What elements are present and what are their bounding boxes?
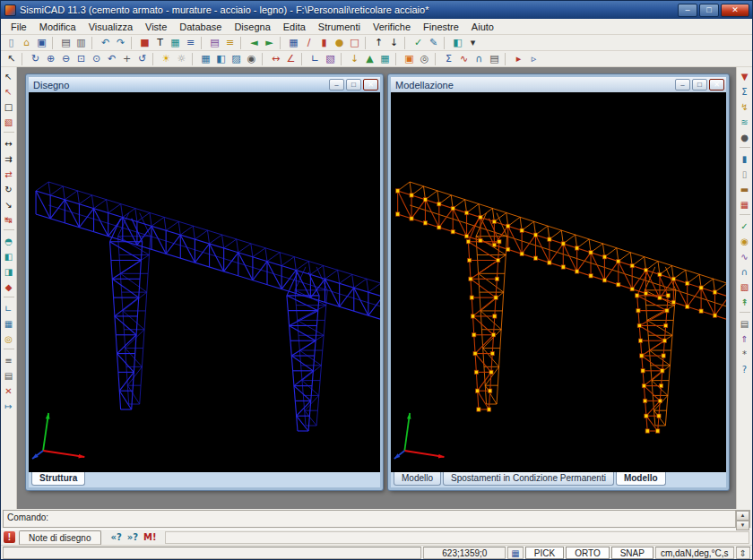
- draw-beam-icon[interactable]: ∕: [301, 36, 316, 50]
- scroll-down-button[interactable]: ▼: [736, 521, 749, 530]
- zoom-window-icon[interactable]: ⊡: [74, 52, 89, 66]
- zoom-in-icon[interactable]: ⊕: [43, 52, 58, 66]
- draw-node-icon[interactable]: ●: [332, 36, 347, 50]
- report-icon[interactable]: ▤: [487, 52, 502, 66]
- move-down-icon[interactable]: ↓: [386, 36, 402, 50]
- database-icon[interactable]: ≡: [183, 36, 198, 50]
- new-icon[interactable]: ▯: [4, 36, 19, 50]
- diagrams-icon[interactable]: ∩: [472, 52, 487, 66]
- note-next-icon[interactable]: »?: [125, 530, 141, 545]
- solve-icon[interactable]: Σ: [441, 52, 456, 66]
- stress-map-icon[interactable]: ▧: [738, 280, 752, 295]
- rotate-icon[interactable]: ↻: [2, 182, 16, 197]
- view-tab-spostamenti-in-condizione-permanenti[interactable]: Spostamenti in Condizione Permanenti: [443, 472, 614, 486]
- export-icon[interactable]: ⇑: [738, 332, 752, 347]
- criteria-icon[interactable]: ▤: [207, 36, 222, 50]
- flag-blue-icon[interactable]: ▹: [526, 52, 541, 66]
- view-side-icon[interactable]: ◨: [2, 264, 16, 280]
- disegno-close-button[interactable]: ✕: [363, 79, 378, 90]
- check-members-icon[interactable]: ✓: [738, 219, 752, 234]
- disegno-titlebar[interactable]: Disegno – □ ✕: [29, 77, 380, 92]
- zoom-extents-icon[interactable]: ⊙: [89, 52, 104, 66]
- disegno-maximize-button[interactable]: □: [346, 79, 361, 90]
- measure-tool-icon[interactable]: ↦: [2, 399, 16, 414]
- render-icon[interactable]: ◉: [244, 52, 259, 66]
- modellazione-close-button[interactable]: ✕: [709, 79, 724, 90]
- menu-item-edita[interactable]: Edita: [277, 21, 312, 33]
- edit-icon[interactable]: ✎: [426, 36, 441, 50]
- menu-item-modifica[interactable]: Modifica: [33, 21, 82, 33]
- more-icon[interactable]: ▾: [465, 36, 480, 50]
- draw-column-icon[interactable]: ▮: [316, 36, 332, 50]
- view-top-icon[interactable]: ◓: [2, 234, 16, 249]
- redo-icon[interactable]: ↷: [113, 36, 128, 50]
- note-flag-icon[interactable]: M!: [141, 530, 160, 545]
- lamp-off-icon[interactable]: ☼: [174, 52, 189, 66]
- open-icon[interactable]: ⌂: [19, 36, 34, 50]
- modellazione-minimize-button[interactable]: –: [675, 79, 690, 90]
- reactions-icon[interactable]: ↟: [738, 295, 752, 310]
- erase-icon[interactable]: ✕: [2, 383, 16, 399]
- hidden-lines-icon[interactable]: ▨: [229, 52, 244, 66]
- work-plane-icon[interactable]: ▧: [323, 52, 338, 66]
- menu-item-finestre[interactable]: Finestre: [417, 21, 465, 33]
- scale-icon[interactable]: ↘: [2, 197, 16, 212]
- mirror-icon[interactable]: ⇄: [2, 167, 16, 182]
- zoom-previous-icon[interactable]: ↶: [104, 52, 119, 66]
- section-box-icon[interactable]: ▣: [402, 52, 417, 66]
- concrete-icon[interactable]: ▯: [738, 167, 752, 182]
- maximize-button[interactable]: □: [699, 4, 719, 17]
- modellazione-maximize-button[interactable]: □: [692, 79, 707, 90]
- scroll-up-button[interactable]: ▲: [736, 511, 749, 521]
- results-icon[interactable]: ∿: [456, 52, 472, 66]
- command-input[interactable]: [56, 513, 731, 525]
- menu-item-viste[interactable]: Viste: [139, 21, 173, 33]
- view-front-icon[interactable]: ◧: [2, 249, 16, 264]
- view-tab-struttura[interactable]: Struttura: [31, 472, 85, 486]
- snap-mode-icon[interactable]: ▦: [507, 547, 523, 559]
- move-icon[interactable]: ↔: [2, 136, 16, 151]
- view-3d-icon[interactable]: ◆: [2, 280, 16, 295]
- move-up-icon[interactable]: ↑: [371, 36, 386, 50]
- titlebar[interactable]: SismiCAD 11.3 (cemento armato - murature…: [1, 1, 752, 19]
- close-button[interactable]: ✕: [721, 4, 749, 17]
- levels-icon[interactable]: ≡: [222, 36, 238, 50]
- modellazione-canvas[interactable]: [391, 92, 726, 472]
- osnap-icon[interactable]: ◎: [2, 332, 16, 347]
- save-icon[interactable]: ▣: [34, 36, 49, 50]
- shaded-icon[interactable]: ◧: [213, 52, 229, 66]
- pan-icon[interactable]: +: [119, 52, 134, 66]
- menu-item-file[interactable]: File: [4, 21, 33, 33]
- steel-icon[interactable]: ▮: [738, 151, 752, 167]
- trim-icon[interactable]: ↹: [2, 212, 16, 228]
- sections-icon[interactable]: ▦: [168, 36, 183, 50]
- disegno-canvas[interactable]: [29, 92, 380, 472]
- menu-item-verifiche[interactable]: Verifiche: [367, 21, 417, 33]
- masses-icon[interactable]: ●: [738, 130, 752, 145]
- masonry-icon[interactable]: ▦: [738, 197, 752, 212]
- select-arrow-icon[interactable]: ↖: [2, 69, 16, 84]
- grid-icon[interactable]: ▦: [286, 36, 301, 50]
- ucs-icon[interactable]: ∟: [307, 52, 323, 66]
- menu-item-database[interactable]: Database: [173, 21, 228, 33]
- settings-icon[interactable]: *: [738, 347, 752, 362]
- menu-item-aiuto[interactable]: Aiuto: [465, 21, 500, 33]
- deformed-icon[interactable]: ∿: [738, 249, 752, 264]
- copy-icon[interactable]: ⇉: [2, 151, 16, 167]
- modellazione-titlebar[interactable]: Modellazione – □ ✕: [391, 77, 726, 92]
- toggle-snap[interactable]: SNAP: [611, 547, 653, 559]
- wireframe-icon[interactable]: ▦: [198, 52, 213, 66]
- undo-icon[interactable]: ↶: [98, 36, 113, 50]
- select-crossing-icon[interactable]: ▧: [2, 115, 16, 130]
- toggle-orto[interactable]: ORTO: [566, 547, 610, 559]
- menu-item-visualizza[interactable]: Visualizza: [82, 21, 139, 33]
- print-preview-icon[interactable]: ▥: [74, 36, 89, 50]
- combinations-icon[interactable]: Σ: [738, 84, 752, 99]
- materials-icon[interactable]: ■: [137, 36, 152, 50]
- ucs-origin-icon[interactable]: ∟: [2, 301, 16, 316]
- wind-icon[interactable]: ≋: [738, 115, 752, 130]
- note-previous-icon[interactable]: «?: [108, 530, 125, 545]
- disegno-minimize-button[interactable]: –: [329, 79, 344, 90]
- supports-icon[interactable]: ▲: [362, 52, 377, 66]
- minimize-button[interactable]: –: [678, 4, 697, 17]
